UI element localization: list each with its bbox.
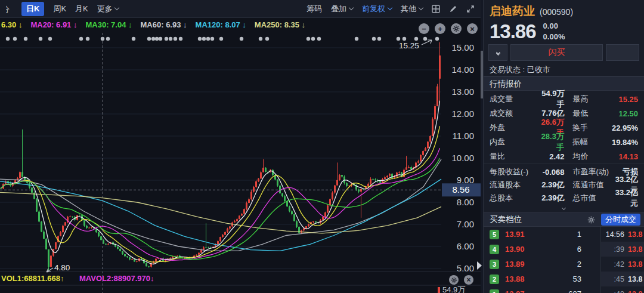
- quote-value: 2.39亿: [538, 180, 565, 190]
- high-annotation-arrow-icon: [422, 40, 432, 45]
- chart-area: 15.0014.0013.0012.0011.0010.009.008.007.…: [0, 0, 481, 293]
- close-chart-icon[interactable]: ×: [467, 23, 478, 34]
- candle-body: [434, 106, 436, 119]
- event-dot-icon: [414, 37, 418, 41]
- quote-row: 量比2.42均价14.13: [490, 149, 638, 164]
- fullscreen-icon[interactable]: [466, 5, 475, 13]
- candle-body: [284, 196, 286, 201]
- orderbook-settings-gear-icon[interactable]: [587, 216, 595, 224]
- orderbook-quantity: 2: [525, 260, 581, 269]
- orderbook-price: 13.91: [505, 230, 525, 239]
- candle-body: [262, 168, 264, 172]
- collapse-chevron[interactable]: [484, 205, 644, 212]
- tick-row[interactable]: :4213.8: [601, 257, 644, 272]
- candle-body: [117, 247, 119, 249]
- chips-distribution-button[interactable]: 筹码: [306, 4, 322, 14]
- y-axis-label: 11.00: [453, 131, 474, 141]
- y-axis-label: 7.00: [457, 219, 474, 229]
- flash-sell-button[interactable]: [606, 44, 639, 61]
- orderbook-row[interactable]: 513.911: [484, 227, 600, 242]
- event-dot-icon: [6, 37, 10, 41]
- candle-body: [410, 167, 412, 169]
- candle-body: [131, 259, 133, 260]
- event-dot-icon: [169, 37, 172, 41]
- orderbook-row[interactable]: 313.892: [484, 257, 600, 272]
- candle-body: [324, 212, 326, 217]
- tab-monthly-k[interactable]: 月K: [75, 4, 88, 14]
- candle-body: [107, 244, 109, 245]
- overlay-menu[interactable]: 叠加: [331, 4, 353, 14]
- adjust-mode-menu[interactable]: 前复权: [362, 4, 392, 14]
- candle-body: [234, 221, 236, 223]
- orderbook-row[interactable]: 413.906: [484, 242, 600, 257]
- candle-body: [286, 201, 288, 206]
- ma-label: MA250: 8.35 ↓: [255, 20, 305, 29]
- flash-buy-button[interactable]: 闪买: [510, 44, 603, 61]
- candle-body: [277, 180, 278, 186]
- collapse-panel-arrow-icon[interactable]: [477, 261, 482, 270]
- quote-label: 换手: [572, 122, 612, 133]
- event-dot-icon: [377, 37, 381, 41]
- candle-body: [148, 266, 150, 267]
- tick-row[interactable]: :4813.8: [601, 286, 644, 293]
- candle-body: [384, 177, 386, 179]
- chevron-down-icon: [419, 5, 423, 10]
- candle-body: [119, 249, 121, 251]
- event-dot-icon: [210, 37, 214, 41]
- event-dot-icon: [317, 37, 321, 41]
- event-dot-icon: [397, 37, 400, 41]
- level-badge: 3: [490, 260, 499, 269]
- chart-settings-gear-icon[interactable]: [451, 23, 462, 34]
- time-sales-list: 14:5613.8:3913.8:4213.8:4513.8:4813.8: [600, 227, 644, 293]
- quote-value: 15.25: [612, 95, 639, 104]
- more-menu[interactable]: 更多: [97, 4, 119, 14]
- level-badge: 5: [490, 230, 499, 239]
- quote-label: 市盈率(动): [573, 166, 612, 177]
- orderbook-row[interactable]: 113.87687: [484, 286, 600, 293]
- candle-body: [315, 221, 317, 223]
- event-dot-icon: [206, 37, 210, 41]
- tab-time-sales[interactable]: 分时成交: [601, 214, 640, 226]
- event-dot-icon: [79, 37, 83, 41]
- volume-close-icon[interactable]: ×: [464, 275, 473, 285]
- quote-row: 成交量54.9万手最高15.25: [490, 92, 638, 106]
- candle-body: [427, 141, 429, 148]
- candle-body: [38, 212, 40, 222]
- expand-orders-button[interactable]: [488, 44, 507, 61]
- zoom-in-icon[interactable]: +: [435, 23, 445, 34]
- stock-app: 15.0014.0013.0012.0011.0010.009.008.007.…: [0, 0, 644, 293]
- candlestick-chart[interactable]: 15.0014.0013.0012.0011.0010.009.008.007.…: [0, 0, 481, 293]
- candle-body: [367, 184, 369, 186]
- layout-grid-icon[interactable]: [432, 5, 440, 13]
- candle-body: [41, 221, 42, 232]
- fundamentals-grid: 每股收益(-)-0.068市盈率(动)亏损流通股本2.39亿流通市值33.2亿元…: [484, 164, 644, 205]
- ma-line-ma30: [1, 158, 440, 259]
- event-dot-icon: [306, 37, 310, 41]
- event-dot-icon: [402, 37, 406, 41]
- draw-pencil-icon[interactable]: [449, 5, 457, 13]
- ma-label: MA120: 8.07 ↓: [196, 20, 246, 29]
- quote-label: 总股本: [490, 193, 538, 203]
- event-dot-icon: [179, 37, 182, 41]
- ma-readout-bar: 6.30 ↓MA20: 6.91 ↓MA30: 7.04 ↓MA60: 6.93…: [1, 20, 305, 29]
- volume-settings-gear-icon[interactable]: [449, 275, 459, 285]
- quote-label: 振幅: [572, 137, 612, 147]
- tick-row[interactable]: :4513.8: [601, 272, 644, 286]
- tick-row[interactable]: :3913.8: [601, 242, 644, 257]
- candle-body: [386, 176, 388, 177]
- tick-time: 14:56: [602, 230, 624, 239]
- tick-row[interactable]: 14:5613.8: [601, 227, 644, 242]
- orderbook-row[interactable]: 213.8853: [484, 272, 600, 286]
- zoom-out-icon[interactable]: −: [419, 23, 429, 34]
- candle-body: [88, 228, 90, 229]
- tab-weekly-k[interactable]: 周K: [53, 4, 66, 14]
- candle-body: [72, 217, 73, 217]
- trade-buttons-row: 闪买: [484, 44, 644, 61]
- tab-minute-partial[interactable]: 分: [6, 4, 13, 14]
- tab-daily-k[interactable]: 日K: [21, 2, 44, 16]
- chevron-down-icon: [349, 5, 354, 10]
- candle-body: [250, 192, 252, 199]
- y-axis-label: 12.00: [451, 109, 474, 119]
- other-menu[interactable]: 其他: [401, 4, 423, 14]
- trade-status-value: 已收市: [527, 65, 550, 74]
